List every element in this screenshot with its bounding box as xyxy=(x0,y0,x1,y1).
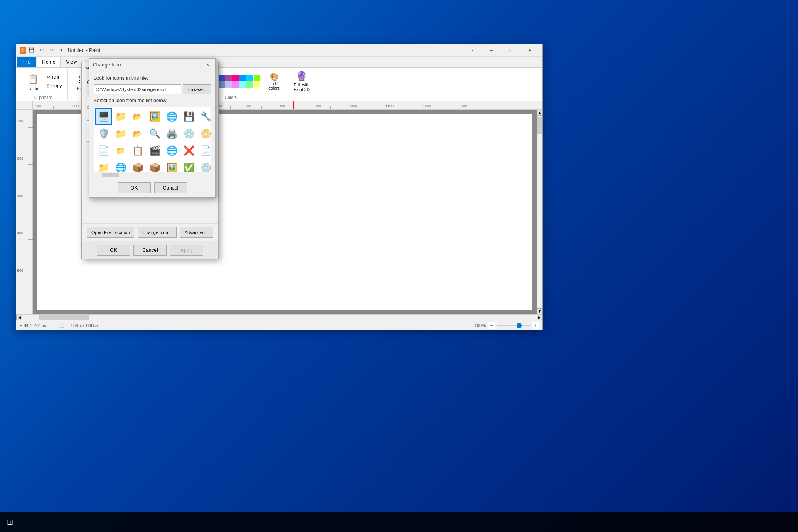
minimize-btn[interactable]: ─ xyxy=(482,44,501,57)
tab-home[interactable]: Home xyxy=(37,57,61,67)
change-icon-cancel-btn[interactable]: Cancel xyxy=(154,182,187,193)
icon-cell-19[interactable]: 📁 xyxy=(112,143,129,159)
color-lavender[interactable] xyxy=(225,81,232,88)
icon-grid: 🖥️ 📁 📂 🖼️ 🌐 💾 🔧 📋 🗄️ 🛡️ 📁 📂 🔍 🖨️ 💿 📀 🖨️ xyxy=(94,107,211,177)
selection-icon: ⬚ xyxy=(60,323,64,328)
clipboard-label: Clipboard xyxy=(34,94,52,100)
paint3d-icon: 🔮 xyxy=(296,71,307,82)
ruler-v-svg: 100 200 300 400 500 xyxy=(16,110,33,314)
ruler-corner xyxy=(16,101,33,110)
icon-cell-24[interactable]: 📄 xyxy=(197,143,211,159)
advanced-btn[interactable]: Advanced... xyxy=(180,227,213,238)
color-purple[interactable] xyxy=(225,75,232,81)
edit-with-paint3d-btn[interactable]: 🔮 Edit with Paint 3D xyxy=(288,70,315,93)
icon-cell-4[interactable]: 🌐 xyxy=(163,108,180,125)
help-btn[interactable]: ? xyxy=(463,44,482,57)
change-icon-buttons: OK Cancel xyxy=(94,182,211,193)
open-file-location-btn[interactable]: Open File Location xyxy=(87,227,134,238)
canvas-dimensions: 1895 × 866px xyxy=(71,323,99,328)
position-icon: + xyxy=(20,323,22,328)
icon-cell-23[interactable]: ❌ xyxy=(180,143,197,159)
close-btn[interactable]: ✕ xyxy=(520,44,539,57)
scroll-down-btn[interactable]: ▼ xyxy=(537,308,543,314)
zoom-in-btn[interactable]: + xyxy=(532,322,539,329)
color-blue[interactable] xyxy=(218,75,225,81)
change-icon-ok-btn[interactable]: OK xyxy=(118,182,151,193)
icon-cell-14[interactable]: 💿 xyxy=(180,126,197,142)
change-icon-close-btn[interactable]: ✕ xyxy=(204,61,212,69)
cursor-position: + 847, 261px xyxy=(20,323,46,328)
color-cyan2[interactable] xyxy=(246,75,253,81)
icon-cell-5[interactable]: 💾 xyxy=(180,108,197,125)
color-pink3[interactable] xyxy=(232,81,239,88)
cut-btn[interactable]: ✂ Cut xyxy=(44,74,64,81)
copy-label: Copy xyxy=(51,83,62,88)
icon-cell-1[interactable]: 📁 xyxy=(112,108,129,125)
title-bar: 🎨 💾 ↩ ↪ ▾ Untitled - Paint ? ─ □ ✕ xyxy=(16,44,542,57)
copy-btn[interactable]: ⎘ Copy xyxy=(44,82,64,89)
scroll-right-btn[interactable]: ▶ xyxy=(537,315,542,320)
icon-cell-13[interactable]: 🖨️ xyxy=(163,126,180,142)
scroll-left-btn[interactable]: ◀ xyxy=(16,315,22,320)
edit-colors-btn[interactable]: 🎨 Edit colors xyxy=(263,70,286,93)
icon-cell-12[interactable]: 🔍 xyxy=(146,126,163,142)
color-steel[interactable] xyxy=(218,81,225,88)
icon-cell-2[interactable]: 📂 xyxy=(129,108,146,125)
paste-btn[interactable]: 📋 Paste xyxy=(23,70,43,93)
icon-cell-20[interactable]: 📋 xyxy=(129,143,146,159)
color-chartreuse[interactable] xyxy=(254,75,260,81)
color-sky-blue2[interactable] xyxy=(239,75,246,81)
file-path-input[interactable] xyxy=(94,84,181,94)
taskbar: ⊞ xyxy=(0,512,798,532)
scroll-h-track xyxy=(22,315,537,320)
scroll-up-btn[interactable]: ▲ xyxy=(537,110,543,116)
redo-qa-btn[interactable]: ↪ xyxy=(47,46,56,55)
tab-file[interactable]: File xyxy=(17,57,36,67)
svg-text:500: 500 xyxy=(17,268,23,273)
tab-view[interactable]: View xyxy=(61,57,82,67)
color-light-yellow[interactable] xyxy=(254,81,260,88)
scrollbar-horizontal[interactable]: ◀ ▶ xyxy=(16,314,542,320)
edit-colors-label: Edit colors xyxy=(268,81,280,91)
zoom-slider[interactable] xyxy=(497,325,530,326)
zoom-out-btn[interactable]: − xyxy=(488,322,495,329)
icon-cell-11[interactable]: 📂 xyxy=(129,126,146,142)
icon-cell-10[interactable]: 📁 xyxy=(112,126,129,142)
scroll-h-thumb[interactable] xyxy=(39,315,89,320)
start-button[interactable]: ⊞ xyxy=(0,512,20,532)
icon-cell-9[interactable]: 🛡️ xyxy=(95,126,112,142)
icon-cell-21[interactable]: 🎬 xyxy=(146,143,163,159)
color-cyan3[interactable] xyxy=(239,81,246,88)
icon-cell-0[interactable]: 🖥️ xyxy=(95,108,112,125)
final-ok-btn[interactable]: OK xyxy=(97,245,130,256)
change-icon-content: Look for icons in this file: Browse... S… xyxy=(89,71,215,197)
app-icon: 🎨 xyxy=(20,47,26,54)
undo-qa-btn[interactable]: ↩ xyxy=(37,46,46,55)
zoom-percent: 100% xyxy=(474,323,486,328)
title-bar-left: 🎨 💾 ↩ ↪ ▾ Untitled - Paint xyxy=(20,46,101,55)
change-icon-btn[interactable]: Change Icon... xyxy=(138,227,177,238)
final-buttons: OK Cancel Apply xyxy=(82,241,218,259)
icon-cell-15[interactable]: 📀 xyxy=(197,126,211,142)
final-apply-btn[interactable]: Apply xyxy=(170,245,203,256)
scrollbar-vertical[interactable]: ▲ ▼ xyxy=(537,110,542,314)
customize-qa-btn[interactable]: ▾ xyxy=(57,46,66,55)
icon-grid-scrollbar[interactable] xyxy=(94,172,211,177)
icon-cell-6[interactable]: 🔧 xyxy=(197,108,211,125)
quick-access-toolbar: 🎨 💾 ↩ ↪ ▾ xyxy=(20,46,66,55)
maximize-btn[interactable]: □ xyxy=(501,44,520,57)
svg-text:900: 900 xyxy=(315,104,321,108)
final-cancel-btn[interactable]: Cancel xyxy=(133,245,167,256)
select-icon-label: Select an icon from the list below: xyxy=(94,98,211,103)
copy-icon: ⎘ xyxy=(47,83,49,88)
save-qa-btn[interactable]: 💾 xyxy=(27,46,36,55)
color-light-green3[interactable] xyxy=(246,81,253,88)
icon-cell-22[interactable]: 🌐 xyxy=(163,143,180,159)
color-pink2[interactable] xyxy=(232,75,239,81)
browse-btn[interactable]: Browse... xyxy=(183,84,211,94)
change-icon-title: Change Icon xyxy=(93,62,121,68)
icon-cell-18[interactable]: 📄 xyxy=(95,143,112,159)
svg-text:100: 100 xyxy=(35,104,41,108)
scroll-v-thumb[interactable] xyxy=(537,117,542,134)
icon-cell-3[interactable]: 🖼️ xyxy=(146,108,163,125)
